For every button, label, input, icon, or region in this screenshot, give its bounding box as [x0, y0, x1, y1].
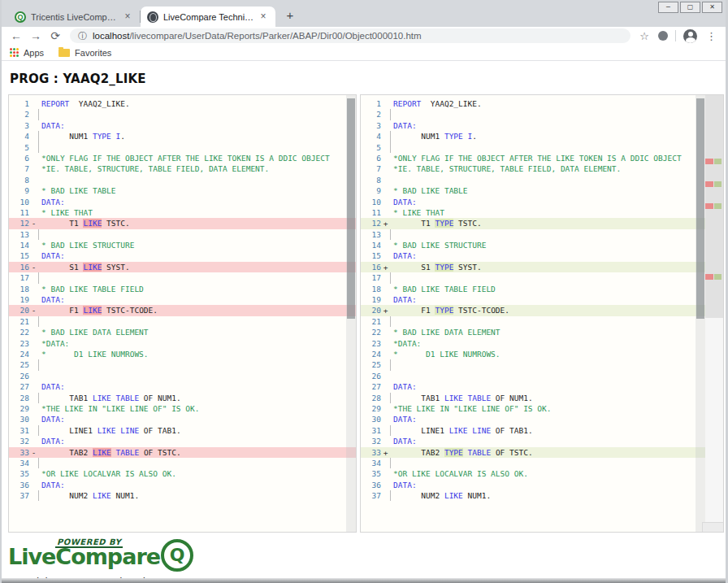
- code-line: 17: [9, 272, 356, 283]
- scrollbar-thumb[interactable]: [696, 98, 704, 319]
- code-line: 18* BAD LIKE TABLE FIELD: [361, 284, 723, 294]
- scrollbar-thumb[interactable]: [347, 98, 355, 319]
- code-line: 27DATA:: [9, 381, 356, 392]
- code-line: 34: [361, 458, 723, 468]
- back-icon[interactable]: ←: [6, 29, 26, 42]
- tab-close-icon[interactable]: ×: [122, 11, 133, 23]
- code-line: 19DATA:: [9, 294, 356, 305]
- code-line: 10DATA:: [9, 197, 356, 207]
- code-line: 16+ S1 TYPE SYST.: [361, 262, 723, 272]
- code-line: 5: [361, 142, 723, 153]
- code-line: 22* BAD LIKE DATA ELEMENT: [361, 327, 723, 337]
- url-path: /livecompare/UserData/Reports/Parker/ABA…: [129, 31, 421, 41]
- tab-title: LiveCompare Technical Analysis: [163, 12, 254, 22]
- code-line: 21: [9, 316, 356, 327]
- right-scrollbar[interactable]: [696, 95, 705, 532]
- tab-technical-analysis[interactable]: LiveCompare Technical Analysis ×: [141, 7, 275, 27]
- tab-tricentis-livecompare[interactable]: Q Tricentis LiveCompare ×: [8, 7, 140, 27]
- bookmarks-bar: Apps Favorites: [2, 45, 726, 61]
- code-line: 3DATA:: [9, 120, 356, 131]
- code-line: 2: [9, 109, 356, 120]
- apps-grid-icon: [10, 48, 19, 57]
- code-line: 6*ONLY FLAG IF THE OBJECT AFTER THE LIKE…: [361, 153, 723, 163]
- code-line: 29*THE LIKE IN "LIKE LINE OF" IS OK.: [361, 403, 723, 414]
- code-line: 24* D1 LIKE NUMROWS.: [9, 349, 356, 359]
- code-line: 7*IE. TABLE, STRUCTURE, TABLE FIELD, DAT…: [361, 163, 723, 174]
- footer-logo-block: POWERED BY LiveCompare Q: [8, 537, 726, 575]
- bookmark-label: Apps: [24, 48, 44, 58]
- code-line: 17: [361, 272, 723, 283]
- code-line: 34: [9, 458, 356, 468]
- code-line: 8: [9, 175, 356, 185]
- code-line: 20- F1 LIKE TSTC-TCODE.: [9, 305, 356, 315]
- code-line: 11* LIKE THAT: [361, 207, 723, 218]
- code-line: 5: [9, 142, 356, 153]
- code-line: 1REPORT YAAQ2_LIKE.: [361, 98, 723, 109]
- window-close-button[interactable]: ✕: [702, 2, 722, 13]
- menu-kebab-icon[interactable]: ⋮: [706, 30, 717, 42]
- code-line: 14* BAD LIKE STRUCTURE: [361, 240, 723, 250]
- url-host: localhost: [93, 31, 129, 41]
- window-maximize-button[interactable]: ▢: [680, 2, 700, 13]
- code-line: 15DATA:: [9, 250, 356, 261]
- site-info-icon[interactable]: ⓘ: [78, 30, 87, 42]
- bookmark-star-icon[interactable]: ☆: [639, 30, 649, 42]
- code-line: 19DATA:: [361, 294, 723, 305]
- livecompare-q-logo: Q: [161, 539, 193, 572]
- code-line: 4 NUM1 TYPE I.: [9, 131, 356, 141]
- diff-marker[interactable]: [705, 274, 723, 280]
- code-line: 4 NUM1 TYPE I.: [361, 131, 723, 141]
- left-scrollbar[interactable]: [346, 95, 356, 532]
- code-line: 23*DATA:: [361, 338, 723, 349]
- page-title: PROG : YAAQ2_LIKE: [10, 72, 726, 86]
- code-line: 31 LINE1 LIKE LINE OF TAB1.: [361, 425, 723, 436]
- new-tab-button[interactable]: +: [280, 7, 300, 26]
- code-line: 12- T1 LIKE TSTC.: [9, 218, 356, 228]
- bookmark-favorites[interactable]: Favorites: [58, 48, 111, 58]
- code-line: 1REPORT YAAQ2_LIKE.: [9, 98, 356, 109]
- code-line: 7*IE. TABLE, STRUCTURE, TABLE FIELD, DAT…: [9, 163, 356, 174]
- bookmark-apps[interactable]: Apps: [10, 48, 44, 58]
- profile-avatar[interactable]: [683, 29, 697, 43]
- code-line: 23*DATA:: [9, 338, 356, 349]
- code-line: 11* LIKE THAT: [9, 207, 356, 218]
- address-bar[interactable]: ⓘ localhost/livecompare/UserData/Reports…: [70, 28, 630, 43]
- code-line: 6*ONLY FLAG IF THE OBJECT AFTER THE LIKE…: [9, 153, 356, 163]
- code-line: 24* D1 LIKE NUMROWS.: [361, 349, 723, 359]
- diff-overview-ruler[interactable]: [705, 95, 723, 532]
- tab-close-icon[interactable]: ×: [258, 11, 269, 23]
- folder-icon: [58, 49, 70, 57]
- tab-strip: Q Tricentis LiveCompare × LiveCompare Te…: [2, 0, 726, 27]
- extension-icon[interactable]: [658, 31, 668, 41]
- code-line: 37 NUM2 LIKE NUM1.: [361, 490, 723, 501]
- code-line: 13: [361, 229, 723, 240]
- diff-marker[interactable]: [705, 203, 723, 209]
- code-line: 29*THE LIKE IN "LIKE LINE OF" IS OK.: [9, 403, 356, 414]
- forward-icon[interactable]: →: [26, 29, 46, 42]
- code-line: 13: [9, 229, 356, 240]
- diff-view: 1REPORT YAAQ2_LIKE.23DATA:4 NUM1 TYPE I.…: [8, 94, 726, 533]
- code-line: 35*OR LIKE LOCALVAR IS ALSO OK.: [361, 468, 723, 479]
- right-code-panel: 1REPORT YAAQ2_LIKE.23DATA:4 NUM1 TYPE I.…: [360, 94, 724, 533]
- code-line: 25: [361, 359, 723, 370]
- window-bottom-frame: [2, 578, 726, 583]
- code-line: 25: [9, 359, 356, 370]
- code-line: 30DATA:: [361, 414, 723, 424]
- code-line: 20+ F1 TYPE TSTC-TCODE.: [361, 305, 723, 315]
- window-minimize-button[interactable]: ─: [658, 2, 678, 13]
- report-page: PROG : YAAQ2_LIKE 1REPORT YAAQ2_LIKE.23D…: [2, 72, 726, 583]
- diff-marker[interactable]: [705, 181, 723, 187]
- code-line: 14* BAD LIKE STRUCTURE: [9, 240, 356, 250]
- scrollbar-corner: [702, 522, 723, 532]
- toolbar-divider: [675, 30, 676, 41]
- code-line: 27DATA:: [361, 381, 723, 392]
- code-line: 37 NUM2 LIKE NUM1.: [9, 490, 356, 501]
- reload-icon[interactable]: ⟳: [46, 29, 65, 42]
- diff-marker[interactable]: [705, 159, 723, 164]
- code-line: 21: [361, 316, 723, 327]
- code-line: 31 LINE1 LIKE LINE OF TAB1.: [9, 425, 356, 436]
- code-line: 28 TAB1 LIKE TABLE OF NUM1.: [361, 393, 723, 403]
- code-line: 32DATA:: [9, 436, 356, 446]
- code-line: 2: [361, 109, 723, 120]
- code-line: 22* BAD LIKE DATA ELEMENT: [9, 327, 356, 337]
